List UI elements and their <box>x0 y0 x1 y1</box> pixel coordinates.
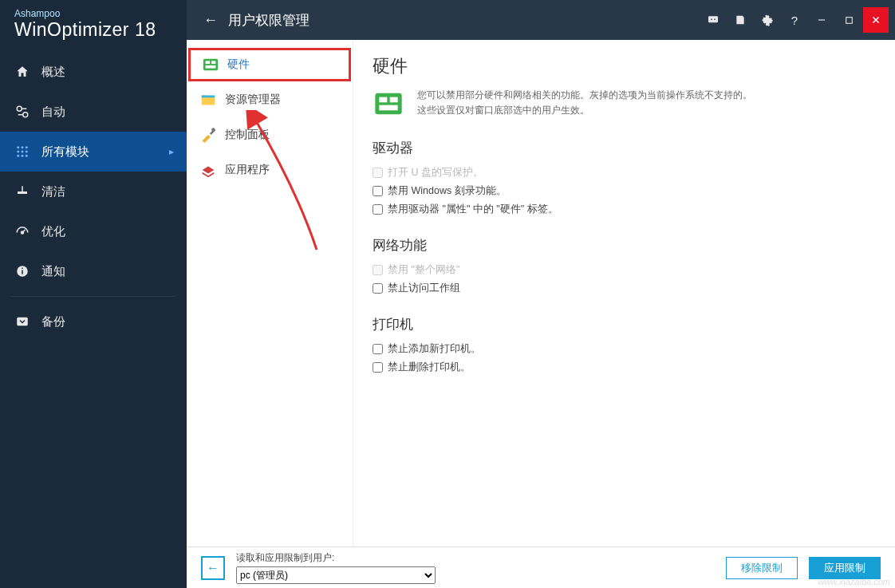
svg-point-7 <box>26 151 28 153</box>
svg-rect-20 <box>818 19 825 20</box>
category-hardware[interactable]: 硬件 <box>188 48 351 81</box>
info-icon <box>14 263 30 279</box>
option-checkbox[interactable] <box>373 186 383 196</box>
remove-restrictions-button[interactable]: 移除限制 <box>726 557 798 579</box>
app-sidebar: Ashampoo WinOptimizer 18 概述 自动 <box>0 0 187 588</box>
option-checkbox <box>373 168 383 178</box>
nav-separator <box>11 296 175 297</box>
brand-product: WinOptimizer 18 <box>14 19 172 41</box>
category-control-panel[interactable]: 控制面板 <box>188 118 351 152</box>
svg-rect-26 <box>202 96 215 98</box>
nav-list: 概述 自动 所有模块 清洁 <box>0 52 187 341</box>
option-label: 禁止删除打印机。 <box>388 361 471 374</box>
option-row[interactable]: 禁止访问工作组 <box>373 279 876 298</box>
svg-point-1 <box>23 112 28 117</box>
option-checkbox[interactable] <box>373 344 383 354</box>
nav-item-clean[interactable]: 清洁 <box>0 172 187 211</box>
category-label: 应用程序 <box>225 163 270 177</box>
nav-item-notify[interactable]: 通知 <box>0 251 187 291</box>
user-select[interactable]: pc (管理员) <box>236 566 436 584</box>
category-list: 硬件 资源管理器 控制面板 <box>187 40 353 547</box>
nav-label: 所有模块 <box>41 144 89 160</box>
svg-point-6 <box>22 151 24 153</box>
nav-item-optimize[interactable]: 优化 <box>0 211 187 251</box>
feedback-icon[interactable] <box>700 7 726 33</box>
settings-icon[interactable] <box>755 7 780 33</box>
option-label: 打开 U 盘的写保护。 <box>388 166 483 180</box>
backup-icon <box>14 314 30 330</box>
svg-rect-22 <box>203 59 218 71</box>
svg-rect-14 <box>22 270 23 274</box>
svg-point-8 <box>17 155 19 157</box>
clean-icon <box>14 184 30 199</box>
group-heading: 驱动器 <box>373 139 876 157</box>
svg-point-9 <box>22 155 24 157</box>
auto-icon <box>14 104 30 120</box>
footer-back-button[interactable]: ← <box>201 556 225 580</box>
user-select-label: 读取和应用限制到用户: <box>236 551 436 565</box>
svg-point-19 <box>714 19 716 21</box>
nav-item-auto[interactable]: 自动 <box>0 92 187 132</box>
option-label: 禁用 Windows 刻录功能。 <box>388 184 507 198</box>
home-icon <box>14 64 30 80</box>
window-controls: ? <box>700 7 889 33</box>
minimize-button[interactable] <box>809 7 834 33</box>
nav-label: 通知 <box>41 264 65 279</box>
nav-label: 备份 <box>41 314 65 330</box>
hardware-large-icon <box>373 88 404 120</box>
nav-item-all-modules[interactable]: 所有模块 <box>0 132 187 172</box>
footer-bar: ← 读取和应用限制到用户: pc (管理员) 移除限制 应用限制 <box>187 547 895 588</box>
modules-icon <box>14 144 30 160</box>
page-title: 用户权限管理 <box>228 11 310 30</box>
tools-icon <box>199 126 217 144</box>
option-label: 禁用驱动器 "属性" 中的 "硬件" 标签。 <box>388 203 558 216</box>
svg-rect-17 <box>708 16 718 22</box>
user-select-block: 读取和应用限制到用户: pc (管理员) <box>236 551 436 584</box>
category-label: 硬件 <box>227 57 250 72</box>
svg-rect-30 <box>390 97 398 103</box>
help-icon[interactable]: ? <box>782 7 807 33</box>
svg-point-3 <box>22 146 24 148</box>
option-checkbox[interactable] <box>373 204 383 215</box>
back-button[interactable]: ← <box>201 12 220 29</box>
svg-point-2 <box>17 146 19 148</box>
watermark: www.xiazaiba.com <box>818 577 890 586</box>
svg-rect-23 <box>206 61 211 64</box>
svg-rect-28 <box>375 93 401 115</box>
svg-point-4 <box>26 146 28 148</box>
hardware-icon <box>202 56 219 73</box>
category-explorer[interactable]: 资源管理器 <box>188 83 351 116</box>
apply-restrictions-button[interactable]: 应用限制 <box>809 557 881 579</box>
option-label: 禁止添加新打印机。 <box>388 342 481 356</box>
option-checkbox[interactable] <box>373 362 383 373</box>
brand-company: Ashampoo <box>14 8 172 19</box>
nav-item-overview[interactable]: 概述 <box>0 52 187 92</box>
nav-item-backup[interactable]: 备份 <box>0 302 187 341</box>
option-row[interactable]: 禁用驱动器 "属性" 中的 "硬件" 标签。 <box>373 200 876 219</box>
nav-label: 概述 <box>41 65 65 80</box>
maximize-button[interactable] <box>836 7 861 33</box>
nav-label: 自动 <box>41 105 65 120</box>
option-row[interactable]: 禁用 Windows 刻录功能。 <box>373 182 876 200</box>
option-checkbox[interactable] <box>373 283 383 294</box>
group-heading: 打印机 <box>373 315 876 333</box>
category-label: 资源管理器 <box>225 93 281 107</box>
svg-point-5 <box>17 151 19 153</box>
option-group: 驱动器打开 U 盘的写保护。禁用 Windows 刻录功能。禁用驱动器 "属性"… <box>373 139 876 219</box>
option-row[interactable]: 禁止添加新打印机。 <box>373 340 876 358</box>
option-row[interactable]: 禁止删除打印机。 <box>373 358 876 377</box>
option-label: 禁止访问工作组 <box>388 282 460 295</box>
optimize-icon <box>14 223 30 239</box>
svg-point-18 <box>711 19 712 21</box>
svg-rect-15 <box>22 268 23 270</box>
svg-rect-25 <box>206 65 216 69</box>
category-applications[interactable]: 应用程序 <box>188 153 351 187</box>
option-group: 打印机禁止添加新打印机。禁止删除打印机。 <box>373 315 876 377</box>
svg-rect-16 <box>17 318 28 326</box>
option-row: 打开 U 盘的写保护。 <box>373 164 876 182</box>
close-button[interactable] <box>863 7 889 33</box>
detail-description: 您可以禁用部分硬件和网络相关的功能。灰掉的选项为当前操作系统不支持的。 这些设置… <box>417 88 752 118</box>
svg-point-27 <box>211 128 215 132</box>
notes-icon[interactable] <box>727 7 753 33</box>
svg-point-10 <box>26 155 28 157</box>
